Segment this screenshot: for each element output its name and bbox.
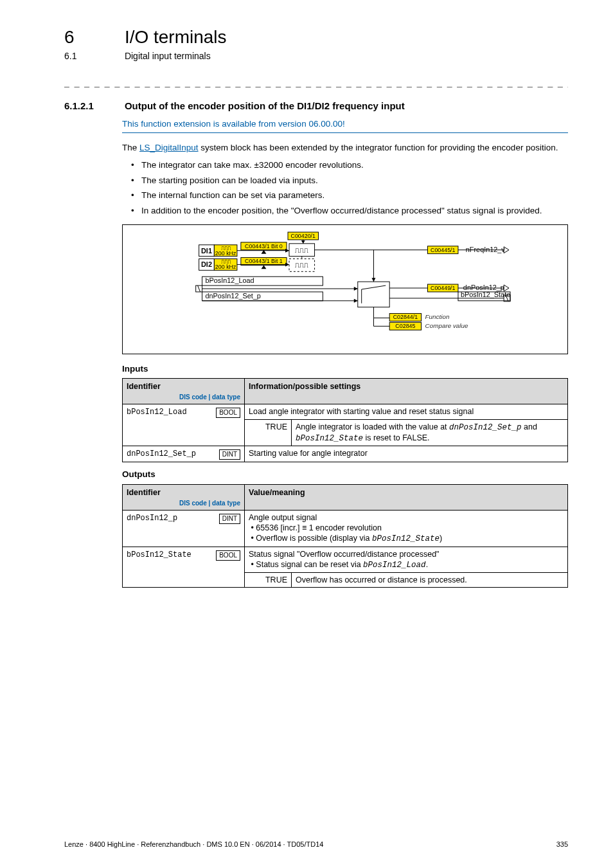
- output-key: TRUE: [245, 573, 292, 587]
- outputs-table: Identifier DIS code | data type Value/me…: [122, 484, 568, 588]
- output-name: bPosIn12_State: [127, 550, 191, 559]
- svg-marker-21: [301, 240, 305, 243]
- subsection-title: Digital input terminals: [125, 51, 211, 61]
- input-name: bPosIn12_Load: [127, 408, 187, 417]
- input-dtype: BOOL: [216, 408, 240, 418]
- inputs-col-dhint: DIS code | data type: [127, 393, 240, 401]
- output-desc: Status signal "Overflow occurred/distanc…: [245, 547, 568, 573]
- svg-marker-31: [354, 298, 358, 302]
- input-keydesc: Angle integrator is loaded with the valu…: [292, 420, 568, 446]
- separator-dashes: _ _ _ _ _ _ _ _ _ _ _ _ _ _ _ _ _ _ _ _ …: [64, 77, 568, 88]
- subheading-title: Output of the encoder position of the DI…: [125, 100, 405, 111]
- section-number: 6: [64, 26, 122, 49]
- intro-post: system block has been extended by the in…: [199, 143, 558, 152]
- input-desc: Starting value for angle integrator: [245, 446, 568, 462]
- page-footer: Lenze · 8400 HighLine · Referenzhandbuch…: [64, 840, 568, 849]
- version-note: This function extension is available fro…: [122, 118, 568, 130]
- svg-text:⎍⎍⎍: ⎍⎍⎍: [295, 261, 308, 269]
- intro-paragraph: The LS_DigitalInput system block has bee…: [122, 142, 568, 217]
- output-name: dnPosIn12_p: [127, 514, 177, 523]
- compare-label: Compare value: [425, 322, 468, 329]
- feature-bullet-list: The integrator can take max. ±32000 enco…: [122, 159, 568, 216]
- output-identifier-cell: dnPosIn12_p DINT: [123, 510, 245, 547]
- nfreqin-label: nFreqIn12_v: [466, 245, 506, 253]
- input-identifier-cell: bPosIn12_Load BOOL: [123, 404, 245, 446]
- input-dtype: DINT: [219, 449, 240, 460]
- input-key: TRUE: [245, 420, 292, 446]
- output-keydesc: Overflow has occurred or distance is pro…: [292, 573, 568, 587]
- bullet-item: The starting position can be loaded via …: [134, 175, 568, 186]
- output-subrow: TRUE Overflow has occurred or distance i…: [245, 573, 568, 588]
- c02844-label: C02844/1: [393, 314, 418, 320]
- function-label: Function: [425, 313, 450, 320]
- outputs-col-identifier: Identifier DIS code | data type: [123, 484, 245, 510]
- input-name: dnPosIn12_Set_p: [127, 449, 196, 458]
- input-subrow: TRUE Angle integrator is loaded with the…: [245, 419, 568, 446]
- output-dtype: BOOL: [216, 550, 240, 561]
- bullet-item: In addition to the encoder position, the…: [134, 205, 568, 217]
- footer-page-number: 335: [556, 840, 568, 849]
- svg-marker-29: [354, 287, 358, 291]
- block-diagram: DI1 ⎍⎍⎍ 200 kHz DI2 ⎍⎍⎍ 200 kHz C00443/1…: [122, 224, 568, 354]
- c00449-label: C00449/1: [431, 285, 456, 291]
- outputs-col-dhint: DIS code | data type: [127, 499, 240, 507]
- intro-pre: The: [122, 143, 139, 152]
- c00443-bit0: C00443/1 Bit 0: [245, 242, 283, 249]
- bposin12load-label: bPosIn12_Load: [206, 276, 254, 284]
- dnposin12setp-label: dnPosIn12_Set_p: [206, 291, 261, 299]
- svg-text:⎍⎍⎍: ⎍⎍⎍: [295, 246, 308, 253]
- di1-label: DI1: [201, 246, 212, 254]
- subheading-number: 6.1.2.1: [64, 100, 122, 113]
- output-desc: Angle output signal • 65536 [incr.] ≡ 1 …: [245, 510, 568, 547]
- svg-marker-38: [372, 278, 376, 282]
- outputs-heading: Outputs: [122, 469, 568, 480]
- di1-hz: 200 kHz: [215, 249, 236, 256]
- subheading: 6.1.2.1 Output of the encoder position o…: [64, 100, 568, 113]
- bullet-item: The internal function can be set via par…: [134, 190, 568, 201]
- input-desc: Load angle integrator with starting valu…: [245, 404, 568, 419]
- svg-marker-13: [285, 248, 289, 252]
- di2-label: DI2: [201, 260, 212, 268]
- output-dtype: DINT: [219, 514, 240, 524]
- c00443-bit1: C00443/1 Bit 1: [245, 258, 283, 264]
- c02845-label: C02845: [395, 323, 415, 329]
- section-title: I/O terminals: [125, 27, 227, 47]
- inputs-table: Identifier DIS code | data type Informat…: [122, 378, 568, 462]
- svg-marker-9: [262, 265, 267, 269]
- page-header: 6 I/O terminals 6.1 Digital input termin…: [64, 26, 568, 62]
- blue-divider: [122, 132, 568, 133]
- footer-left: Lenze · 8400 HighLine · Referenzhandbuch…: [64, 840, 323, 849]
- inputs-col-info: Information/possible settings: [245, 379, 568, 404]
- di2-hz: 200 kHz: [215, 264, 236, 270]
- input-identifier-cell: dnPosIn12_Set_p DINT: [123, 446, 245, 462]
- output-identifier-cell: bPosIn12_State BOOL: [123, 547, 245, 588]
- outputs-col-info: Value/meaning: [245, 484, 568, 510]
- bullet-item: The integrator can take max. ±32000 enco…: [134, 159, 568, 171]
- inputs-heading: Inputs: [122, 363, 568, 375]
- svg-marker-17: [285, 262, 289, 266]
- c00445-label: C00445/1: [431, 246, 456, 253]
- ls-digitalinput-link[interactable]: LS_DigitalInput: [139, 143, 199, 152]
- c00420-label: C00420/1: [291, 232, 316, 239]
- subsection-number: 6.1: [64, 50, 122, 62]
- inputs-col-identifier: Identifier DIS code | data type: [123, 379, 245, 404]
